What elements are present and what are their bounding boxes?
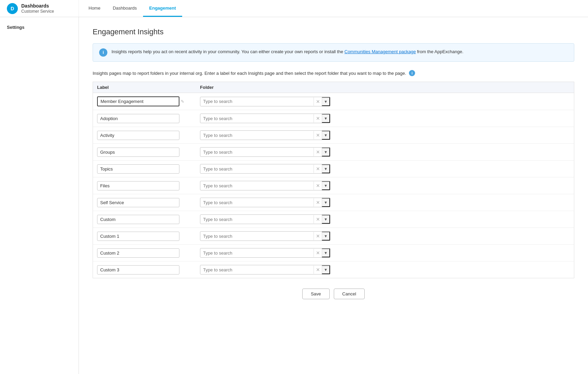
search-wrapper-adoption: ✕▼ — [200, 114, 330, 123]
edit-icon-member-engagement[interactable]: ✎ — [181, 99, 184, 104]
cancel-button[interactable]: Cancel — [334, 289, 365, 299]
search-clear-btn-activity[interactable]: ✕ — [314, 131, 322, 139]
desc-info-icon: i — [409, 70, 415, 76]
search-wrapper-self-service: ✕▼ — [200, 198, 330, 207]
search-dropdown-btn-self-service[interactable]: ▼ — [322, 198, 330, 207]
cell-label-custom-2 — [93, 248, 196, 258]
info-icon: i — [99, 48, 107, 57]
label-input-member-engagement[interactable] — [97, 96, 179, 106]
search-dropdown-btn-adoption[interactable]: ▼ — [322, 114, 330, 123]
cell-label-custom-3 — [93, 265, 196, 274]
brand-icon: D — [7, 3, 18, 14]
top-nav: Home Dashboards Engagement — [79, 0, 186, 17]
label-input-groups[interactable] — [97, 148, 179, 157]
cell-folder-adoption: ✕▼ — [196, 114, 574, 123]
cell-folder-custom-2: ✕▼ — [196, 248, 574, 258]
table-row: ✕▼ — [93, 144, 574, 161]
search-wrapper-topics: ✕▼ — [200, 164, 330, 174]
search-input-files[interactable] — [200, 182, 314, 190]
label-input-self-service[interactable] — [97, 198, 179, 207]
table-row: ✎✕▼ — [93, 93, 574, 110]
search-clear-btn-topics[interactable]: ✕ — [314, 165, 322, 173]
label-input-topics[interactable] — [97, 164, 179, 174]
search-clear-btn-files[interactable]: ✕ — [314, 182, 322, 190]
info-text: Insights reports help you act on recent … — [111, 48, 463, 55]
search-input-custom-2[interactable] — [200, 249, 314, 257]
search-dropdown-btn-custom-2[interactable]: ▼ — [322, 248, 330, 257]
search-dropdown-btn-activity[interactable]: ▼ — [322, 131, 330, 140]
search-clear-btn-custom-2[interactable]: ✕ — [314, 249, 322, 257]
cell-label-activity — [93, 131, 196, 140]
communities-management-link[interactable]: Communities Management package — [344, 49, 416, 54]
search-dropdown-btn-custom-1[interactable]: ▼ — [322, 232, 330, 241]
label-input-custom[interactable] — [97, 215, 179, 224]
label-input-files[interactable] — [97, 181, 179, 190]
table-row: ✕▼ — [93, 127, 574, 144]
table-header: Label Folder — [93, 82, 574, 93]
search-clear-btn-custom-1[interactable]: ✕ — [314, 232, 322, 240]
search-input-topics[interactable] — [200, 165, 314, 173]
top-bar: D Dashboards Customer Service Home Dashb… — [0, 0, 588, 17]
main-layout: Settings Engagement Insights i Insights … — [0, 17, 588, 374]
label-input-custom-1[interactable] — [97, 232, 179, 241]
cell-label-files — [93, 181, 196, 190]
search-clear-btn-groups[interactable]: ✕ — [314, 148, 322, 156]
save-button[interactable]: Save — [302, 289, 330, 299]
col-folder-header: Folder — [196, 85, 574, 90]
search-input-custom-1[interactable] — [200, 232, 314, 241]
table-body: ✎✕▼✕▼✕▼✕▼✕▼✕▼✕▼✕▼✕▼✕▼✕▼ — [93, 93, 574, 278]
cell-folder-custom: ✕▼ — [196, 214, 574, 224]
search-dropdown-btn-member-engagement[interactable]: ▼ — [322, 97, 330, 106]
col-label-header: Label — [93, 85, 196, 90]
label-input-adoption[interactable] — [97, 114, 179, 123]
cell-label-member-engagement: ✎ — [93, 96, 196, 106]
desc-line: Insights pages map to report folders in … — [93, 70, 574, 76]
table-row: ✕▼ — [93, 177, 574, 194]
sidebar-item-settings[interactable]: Settings — [0, 21, 79, 34]
cell-folder-files: ✕▼ — [196, 181, 574, 190]
search-wrapper-custom-3: ✕▼ — [200, 265, 330, 274]
cell-label-groups — [93, 148, 196, 157]
search-wrapper-member-engagement: ✕▼ — [200, 97, 330, 106]
brand-text: Dashboards Customer Service — [21, 3, 54, 14]
search-input-self-service[interactable] — [200, 198, 314, 207]
search-clear-btn-custom[interactable]: ✕ — [314, 215, 322, 223]
search-dropdown-btn-topics[interactable]: ▼ — [322, 164, 330, 173]
cell-folder-custom-3: ✕▼ — [196, 265, 574, 274]
search-clear-btn-custom-3[interactable]: ✕ — [314, 266, 322, 274]
search-input-adoption[interactable] — [200, 114, 314, 123]
brand-title: Dashboards — [21, 3, 54, 9]
page-title: Engagement Insights — [93, 27, 574, 36]
label-input-activity[interactable] — [97, 131, 179, 140]
search-dropdown-btn-files[interactable]: ▼ — [322, 181, 330, 190]
search-wrapper-groups: ✕▼ — [200, 147, 330, 157]
table-row: ✕▼ — [93, 261, 574, 278]
brand-area: D Dashboards Customer Service — [0, 0, 79, 17]
search-clear-btn-member-engagement[interactable]: ✕ — [314, 97, 322, 106]
tab-dashboards[interactable]: Dashboards — [107, 0, 143, 17]
search-clear-btn-adoption[interactable]: ✕ — [314, 114, 322, 122]
search-clear-btn-self-service[interactable]: ✕ — [314, 198, 322, 207]
cell-label-adoption — [93, 114, 196, 123]
search-input-activity[interactable] — [200, 131, 314, 140]
search-dropdown-btn-custom[interactable]: ▼ — [322, 215, 330, 224]
search-input-member-engagement[interactable] — [200, 97, 314, 106]
search-dropdown-btn-custom-3[interactable]: ▼ — [322, 265, 330, 274]
search-wrapper-files: ✕▼ — [200, 181, 330, 190]
search-wrapper-custom-2: ✕▼ — [200, 248, 330, 258]
cell-folder-groups: ✕▼ — [196, 147, 574, 157]
table-row: ✕▼ — [93, 211, 574, 228]
tab-engagement[interactable]: Engagement — [143, 0, 182, 17]
brand-subtitle: Customer Service — [21, 9, 54, 14]
table-row: ✕▼ — [93, 161, 574, 177]
tab-home[interactable]: Home — [82, 0, 107, 17]
search-wrapper-custom-1: ✕▼ — [200, 231, 330, 241]
cell-folder-self-service: ✕▼ — [196, 198, 574, 207]
search-input-custom-3[interactable] — [200, 266, 314, 274]
cell-folder-activity: ✕▼ — [196, 130, 574, 140]
label-input-custom-3[interactable] — [97, 265, 179, 274]
search-input-groups[interactable] — [200, 148, 314, 156]
label-input-custom-2[interactable] — [97, 248, 179, 258]
search-dropdown-btn-groups[interactable]: ▼ — [322, 148, 330, 156]
search-input-custom[interactable] — [200, 215, 314, 224]
